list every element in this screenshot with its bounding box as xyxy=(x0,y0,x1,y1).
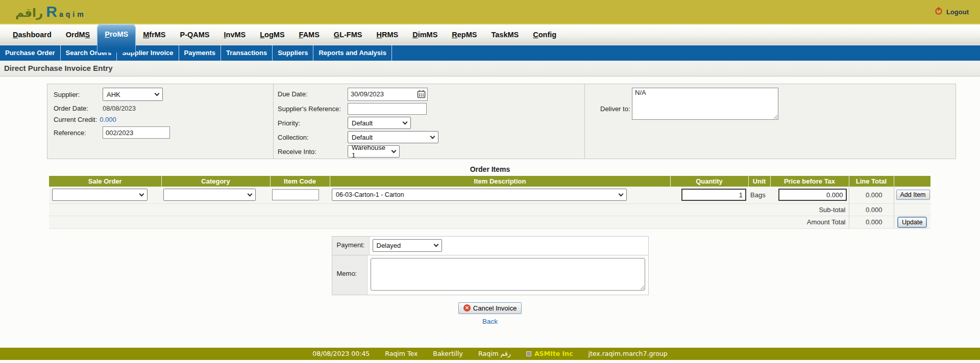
nav-item-p-qams[interactable]: P-QAMS xyxy=(173,24,217,45)
chevron-down-icon xyxy=(155,91,160,96)
nav-item-config[interactable]: Config xyxy=(526,24,564,45)
reference-label: Reference: xyxy=(54,129,103,137)
current-credit-value: 0.000 xyxy=(100,116,116,123)
company-favicon xyxy=(526,351,531,356)
payment-select[interactable]: Delayed xyxy=(373,239,442,252)
amount-total-row: Amount Total 0.000 Update xyxy=(49,216,930,228)
deliver-column: Deliver to: N/A xyxy=(585,84,955,159)
column-header-quantity: Quantity xyxy=(670,176,748,187)
footer-item: jtex.raqim.march7.group xyxy=(588,350,667,357)
cancel-x-icon: ✕ xyxy=(463,304,471,312)
payment-select-value: Delayed xyxy=(377,242,401,249)
order-date-label: Order Date: xyxy=(54,105,103,112)
raqim-logo[interactable]: راقم R aqim xyxy=(15,4,86,19)
column-header-price-before-tax: Price before Tax xyxy=(770,176,849,187)
chevron-down-icon xyxy=(430,134,435,139)
actions-area: ✕ Cancel Invoice xyxy=(0,302,980,314)
order-items-table: Sale OrderCategoryItem CodeItem Descript… xyxy=(49,176,930,229)
add-item-button[interactable]: Add Item xyxy=(896,190,930,200)
nav-item-dimms[interactable]: DimMS xyxy=(405,24,445,45)
column-header-sale-order: Sale Order xyxy=(49,176,161,187)
category-select[interactable] xyxy=(163,189,256,201)
current-credit-label: Current Credit: xyxy=(54,116,97,123)
logo-arabic-text: راقم xyxy=(15,6,43,19)
subnav-item-purchase-order[interactable]: Purchase Order xyxy=(0,45,61,61)
supplier-select[interactable]: AHK xyxy=(103,88,163,101)
column-header-item-code: Item Code xyxy=(270,176,330,187)
nav-item-ordms[interactable]: OrdMS xyxy=(59,24,97,45)
amount-total-label: Amount Total xyxy=(49,216,849,228)
item-row: 06-03-Carton-1 - Carton Bags 0.000 Add I… xyxy=(49,187,930,203)
item-code-input[interactable] xyxy=(272,189,319,200)
nav-item-taskms[interactable]: TaskMS xyxy=(484,24,526,45)
line-total-value: 0.000 xyxy=(849,187,894,203)
subnav-item-payments[interactable]: Payments xyxy=(179,45,221,61)
chevron-down-icon xyxy=(139,191,144,196)
receive-into-select-value: Warehouse 1 xyxy=(352,144,389,159)
nav-item-hrms[interactable]: HRMS xyxy=(369,24,405,45)
priority-label: Priority: xyxy=(278,119,348,127)
cancel-invoice-button[interactable]: ✕ Cancel Invoice xyxy=(458,302,522,314)
logo-latin-text: aqim xyxy=(59,10,86,18)
order-date-value: 08/08/2023 xyxy=(103,105,136,112)
subnav-item-suppliers[interactable]: Suppliers xyxy=(273,45,313,61)
logout-button[interactable]: Logout xyxy=(935,7,969,17)
sale-order-select[interactable] xyxy=(52,189,148,201)
footer-item[interactable]: ASMIte Inc xyxy=(526,350,573,357)
nav-item-proms[interactable]: ProMS xyxy=(97,24,136,53)
main-nav: DashboardOrdMSProMSMfrMSP-QAMSInvMSLogMS… xyxy=(0,23,980,45)
column-header-actions xyxy=(894,176,930,187)
quantity-input[interactable] xyxy=(681,189,746,201)
memo-label: Memo: xyxy=(332,255,368,295)
priority-select[interactable]: Default xyxy=(348,117,411,129)
item-description-select[interactable]: 06-03-Carton-1 - Carton xyxy=(332,189,627,201)
subtotal-value: 0.000 xyxy=(849,203,894,216)
footer-item: Raqim Tex xyxy=(385,350,418,357)
reference-input[interactable] xyxy=(103,126,170,139)
subtotal-label: Sub-total xyxy=(49,203,849,216)
nav-item-fams[interactable]: FAMS xyxy=(292,24,327,45)
due-date-label: Due Date: xyxy=(278,90,348,98)
page-title: Direct Purchase Invoice Entry xyxy=(0,61,980,76)
supplier-label: Supplier: xyxy=(54,91,103,98)
app-footer: 08/08/2023 00:45Raqim TexBakertillyRaqim… xyxy=(0,348,980,360)
nav-item-repms[interactable]: RepMS xyxy=(445,24,484,45)
order-items-title: Order Items xyxy=(0,165,980,173)
app-header: راقم R aqim Logout xyxy=(0,0,980,23)
supplier-reference-input[interactable] xyxy=(348,103,427,115)
due-date-input[interactable] xyxy=(348,88,428,101)
column-header-category: Category xyxy=(161,176,270,187)
chevron-down-icon xyxy=(433,242,438,247)
power-icon xyxy=(935,7,943,17)
priority-select-value: Default xyxy=(352,119,373,127)
supplier-reference-label: Supplier's Reference: xyxy=(278,105,348,113)
footer-item: Raqim رقم xyxy=(478,350,511,357)
nav-item-dashboard[interactable]: Dashboard xyxy=(6,24,59,45)
collection-select[interactable]: Default xyxy=(348,131,438,143)
back-link[interactable]: Back xyxy=(0,318,980,325)
receive-into-select[interactable]: Warehouse 1 xyxy=(348,145,400,158)
update-button[interactable]: Update xyxy=(898,217,926,227)
nav-item-gl-fms[interactable]: GL-FMS xyxy=(327,24,370,45)
nav-item-mfrms[interactable]: MfrMS xyxy=(136,24,173,45)
subtotal-row: Sub-total 0.000 xyxy=(49,203,930,216)
supplier-column: Supplier: AHK Order Date: 08/08/2023 Cur… xyxy=(47,84,274,159)
receive-into-label: Receive Into: xyxy=(278,148,348,155)
supplier-select-value: AHK xyxy=(107,91,120,98)
deliver-to-label: Deliver to: xyxy=(600,105,632,113)
column-header-unit: Unit xyxy=(748,176,770,187)
subnav-item-transactions[interactable]: Transactions xyxy=(221,45,273,61)
payment-memo-box: Payment: Delayed Memo: xyxy=(332,236,649,295)
price-before-tax-input[interactable] xyxy=(778,189,847,201)
unit-cell: Bags xyxy=(748,187,770,203)
memo-textarea[interactable] xyxy=(371,258,645,291)
nav-item-logms[interactable]: LogMS xyxy=(253,24,291,45)
table-header-row: Sale OrderCategoryItem CodeItem Descript… xyxy=(49,176,930,187)
chevron-down-icon xyxy=(248,191,253,196)
footer-item: 08/08/2023 00:45 xyxy=(312,350,370,357)
deliver-to-textarea[interactable]: N/A xyxy=(632,88,778,120)
calendar-icon[interactable] xyxy=(417,90,426,100)
collection-select-value: Default xyxy=(352,134,373,141)
nav-item-invms[interactable]: InvMS xyxy=(217,24,253,45)
subnav-item-reports-and-analysis[interactable]: Reports and Analysis xyxy=(313,45,391,61)
